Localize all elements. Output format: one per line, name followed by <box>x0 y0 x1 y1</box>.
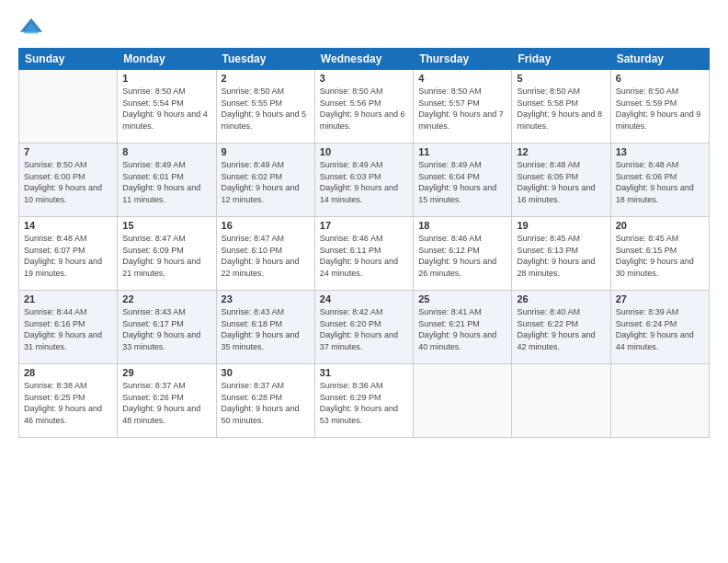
calendar-cell <box>19 70 118 144</box>
calendar-cell: 12Sunrise: 8:48 AMSunset: 6:05 PMDayligh… <box>512 144 610 217</box>
calendar-page: SundayMondayTuesdayWednesdayThursdayFrid… <box>0 0 728 563</box>
day-info: Sunrise: 8:48 AMSunset: 6:05 PMDaylight:… <box>517 159 605 205</box>
day-info: Sunrise: 8:49 AMSunset: 6:01 PMDaylight:… <box>122 159 210 205</box>
day-number: 29 <box>122 367 210 378</box>
day-info: Sunrise: 8:43 AMSunset: 6:17 PMDaylight:… <box>122 306 210 352</box>
day-info: Sunrise: 8:42 AMSunset: 6:20 PMDaylight:… <box>320 306 408 352</box>
weekday-header: Friday <box>512 49 610 70</box>
day-number: 26 <box>517 293 605 304</box>
calendar-week-row: 7Sunrise: 8:50 AMSunset: 6:00 PMDaylight… <box>19 144 710 217</box>
day-info: Sunrise: 8:36 AMSunset: 6:29 PMDaylight:… <box>320 380 408 426</box>
day-number: 21 <box>24 293 112 304</box>
weekday-header: Saturday <box>610 49 709 70</box>
day-info: Sunrise: 8:47 AMSunset: 6:09 PMDaylight:… <box>122 233 210 279</box>
calendar-cell: 4Sunrise: 8:50 AMSunset: 5:57 PMDaylight… <box>414 70 512 144</box>
calendar-week-row: 28Sunrise: 8:38 AMSunset: 6:25 PMDayligh… <box>19 364 710 438</box>
day-info: Sunrise: 8:48 AMSunset: 6:07 PMDaylight:… <box>24 233 112 279</box>
day-info: Sunrise: 8:45 AMSunset: 6:13 PMDaylight:… <box>517 233 605 279</box>
calendar-cell: 24Sunrise: 8:42 AMSunset: 6:20 PMDayligh… <box>314 291 413 364</box>
day-info: Sunrise: 8:41 AMSunset: 6:21 PMDaylight:… <box>418 306 506 352</box>
calendar-cell: 17Sunrise: 8:46 AMSunset: 6:11 PMDayligh… <box>314 217 413 291</box>
weekday-header: Monday <box>118 49 216 70</box>
calendar-cell: 29Sunrise: 8:37 AMSunset: 6:26 PMDayligh… <box>118 364 216 438</box>
day-info: Sunrise: 8:50 AMSunset: 5:55 PMDaylight:… <box>222 86 310 132</box>
weekday-header: Tuesday <box>216 49 314 70</box>
weekday-header: Thursday <box>414 49 512 70</box>
calendar-cell: 28Sunrise: 8:38 AMSunset: 6:25 PMDayligh… <box>19 364 118 438</box>
day-number: 16 <box>222 220 310 231</box>
day-number: 7 <box>24 146 112 157</box>
day-info: Sunrise: 8:40 AMSunset: 6:22 PMDaylight:… <box>517 306 605 352</box>
calendar-cell: 1Sunrise: 8:50 AMSunset: 5:54 PMDaylight… <box>118 70 216 144</box>
day-number: 8 <box>122 146 210 157</box>
calendar-cell: 31Sunrise: 8:36 AMSunset: 6:29 PMDayligh… <box>314 364 413 438</box>
calendar-cell: 16Sunrise: 8:47 AMSunset: 6:10 PMDayligh… <box>216 217 314 291</box>
calendar-cell <box>512 364 610 438</box>
calendar-cell: 15Sunrise: 8:47 AMSunset: 6:09 PMDayligh… <box>118 217 216 291</box>
logo <box>18 15 48 40</box>
day-info: Sunrise: 8:50 AMSunset: 5:59 PMDaylight:… <box>616 86 704 132</box>
day-number: 31 <box>320 367 408 378</box>
day-info: Sunrise: 8:39 AMSunset: 6:24 PMDaylight:… <box>616 306 704 352</box>
calendar-cell: 26Sunrise: 8:40 AMSunset: 6:22 PMDayligh… <box>512 291 610 364</box>
page-header <box>18 15 710 40</box>
logo-icon <box>18 15 44 40</box>
calendar-cell: 27Sunrise: 8:39 AMSunset: 6:24 PMDayligh… <box>610 291 709 364</box>
calendar-week-row: 1Sunrise: 8:50 AMSunset: 5:54 PMDaylight… <box>19 70 710 144</box>
day-info: Sunrise: 8:50 AMSunset: 5:58 PMDaylight:… <box>517 86 605 132</box>
day-info: Sunrise: 8:46 AMSunset: 6:11 PMDaylight:… <box>320 233 408 279</box>
day-info: Sunrise: 8:49 AMSunset: 6:04 PMDaylight:… <box>418 159 506 205</box>
calendar-cell: 23Sunrise: 8:43 AMSunset: 6:18 PMDayligh… <box>216 291 314 364</box>
day-number: 14 <box>24 220 112 231</box>
day-info: Sunrise: 8:47 AMSunset: 6:10 PMDaylight:… <box>222 233 310 279</box>
day-number: 1 <box>122 73 210 84</box>
day-info: Sunrise: 8:50 AMSunset: 5:56 PMDaylight:… <box>320 86 408 132</box>
calendar-cell: 5Sunrise: 8:50 AMSunset: 5:58 PMDaylight… <box>512 70 610 144</box>
day-info: Sunrise: 8:49 AMSunset: 6:03 PMDaylight:… <box>320 159 408 205</box>
day-number: 13 <box>616 146 704 157</box>
calendar-cell: 2Sunrise: 8:50 AMSunset: 5:55 PMDaylight… <box>216 70 314 144</box>
day-info: Sunrise: 8:38 AMSunset: 6:25 PMDaylight:… <box>24 380 112 426</box>
calendar-cell: 11Sunrise: 8:49 AMSunset: 6:04 PMDayligh… <box>414 144 512 217</box>
calendar-cell: 14Sunrise: 8:48 AMSunset: 6:07 PMDayligh… <box>19 217 118 291</box>
day-info: Sunrise: 8:43 AMSunset: 6:18 PMDaylight:… <box>222 306 310 352</box>
calendar-cell: 9Sunrise: 8:49 AMSunset: 6:02 PMDaylight… <box>216 144 314 217</box>
calendar-cell: 6Sunrise: 8:50 AMSunset: 5:59 PMDaylight… <box>610 70 709 144</box>
day-info: Sunrise: 8:50 AMSunset: 6:00 PMDaylight:… <box>24 159 112 205</box>
calendar-cell: 30Sunrise: 8:37 AMSunset: 6:28 PMDayligh… <box>216 364 314 438</box>
calendar-cell: 7Sunrise: 8:50 AMSunset: 6:00 PMDaylight… <box>19 144 118 217</box>
day-number: 4 <box>418 73 506 84</box>
day-number: 5 <box>517 73 605 84</box>
day-info: Sunrise: 8:37 AMSunset: 6:28 PMDaylight:… <box>222 380 310 426</box>
day-info: Sunrise: 8:37 AMSunset: 6:26 PMDaylight:… <box>122 380 210 426</box>
day-number: 12 <box>517 146 605 157</box>
calendar-cell: 19Sunrise: 8:45 AMSunset: 6:13 PMDayligh… <box>512 217 610 291</box>
weekday-header: Wednesday <box>314 49 413 70</box>
day-number: 11 <box>418 146 506 157</box>
day-number: 28 <box>24 367 112 378</box>
calendar-table: SundayMondayTuesdayWednesdayThursdayFrid… <box>18 48 710 438</box>
calendar-cell: 13Sunrise: 8:48 AMSunset: 6:06 PMDayligh… <box>610 144 709 217</box>
calendar-cell: 22Sunrise: 8:43 AMSunset: 6:17 PMDayligh… <box>118 291 216 364</box>
day-info: Sunrise: 8:46 AMSunset: 6:12 PMDaylight:… <box>418 233 506 279</box>
day-info: Sunrise: 8:44 AMSunset: 6:16 PMDaylight:… <box>24 306 112 352</box>
calendar-week-row: 21Sunrise: 8:44 AMSunset: 6:16 PMDayligh… <box>19 291 710 364</box>
calendar-cell: 18Sunrise: 8:46 AMSunset: 6:12 PMDayligh… <box>414 217 512 291</box>
calendar-cell: 21Sunrise: 8:44 AMSunset: 6:16 PMDayligh… <box>19 291 118 364</box>
day-number: 3 <box>320 73 408 84</box>
day-number: 20 <box>616 220 704 231</box>
day-number: 17 <box>320 220 408 231</box>
day-number: 2 <box>222 73 310 84</box>
calendar-cell: 3Sunrise: 8:50 AMSunset: 5:56 PMDaylight… <box>314 70 413 144</box>
day-number: 6 <box>616 73 704 84</box>
calendar-cell: 8Sunrise: 8:49 AMSunset: 6:01 PMDaylight… <box>118 144 216 217</box>
day-info: Sunrise: 8:49 AMSunset: 6:02 PMDaylight:… <box>222 159 310 205</box>
calendar-cell <box>610 364 709 438</box>
calendar-cell: 20Sunrise: 8:45 AMSunset: 6:15 PMDayligh… <box>610 217 709 291</box>
calendar-cell <box>414 364 512 438</box>
day-number: 19 <box>517 220 605 231</box>
weekday-header: Sunday <box>19 49 118 70</box>
day-info: Sunrise: 8:45 AMSunset: 6:15 PMDaylight:… <box>616 233 704 279</box>
day-info: Sunrise: 8:48 AMSunset: 6:06 PMDaylight:… <box>616 159 704 205</box>
day-number: 27 <box>616 293 704 304</box>
